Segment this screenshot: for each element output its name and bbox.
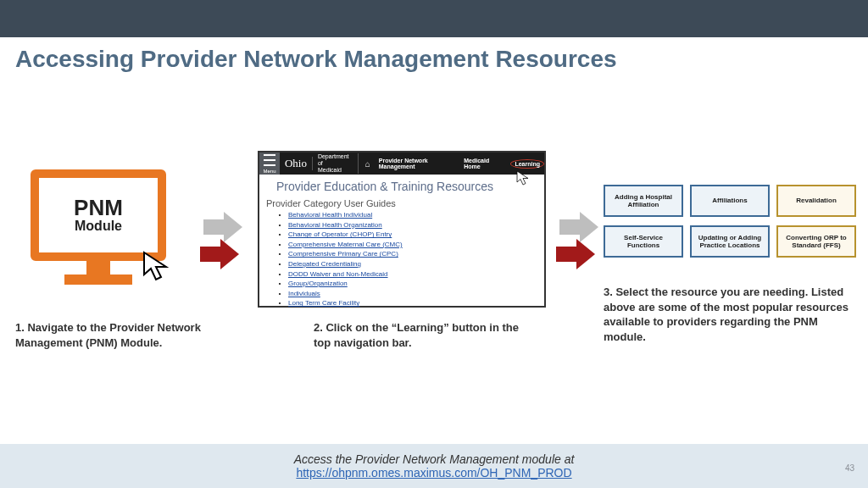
header-bar	[0, 0, 868, 37]
monitor-icon: PNM Module	[31, 169, 166, 261]
hamburger-icon: Menu	[259, 152, 280, 175]
user-guide-item: Individuals	[288, 289, 544, 299]
resource-tile[interactable]: Adding a Hospital Affiliation	[604, 185, 683, 217]
user-guide-item: Behavioral Health Individual	[288, 210, 544, 220]
arrow-icon	[200, 208, 239, 269]
cursor-icon	[515, 169, 532, 188]
cursor-icon	[141, 249, 175, 286]
nav-learning-highlight: Learning	[510, 159, 544, 169]
svg-marker-0	[144, 252, 166, 280]
user-guide-link[interactable]: Long Term Care Facility	[288, 299, 359, 307]
user-guide-item: Comprehensive Maternal Care (CMC)	[288, 240, 544, 250]
user-guide-link[interactable]: Comprehensive Primary Care (CPC)	[288, 250, 398, 258]
slide: Accessing Provider Network Management Re…	[0, 0, 868, 488]
user-guide-item: Change of Operator (CHOP) Entry	[288, 230, 544, 240]
monitor-stand	[86, 261, 110, 274]
user-guide-link[interactable]: Individuals	[288, 290, 320, 297]
resource-tile[interactable]: Revalidation	[776, 185, 856, 217]
user-guide-link[interactable]: DODD Waiver and Non-Medicaid	[288, 270, 388, 278]
step-1-caption: 1. Navigate to the Provider Network Mana…	[15, 320, 236, 350]
resource-tile[interactable]: Self-Service Functions	[604, 225, 683, 258]
user-guide-link[interactable]: Delegated Credentialing	[288, 260, 361, 268]
monitor-label-line1: PNM	[74, 197, 123, 219]
nav-medicaid-home: Medicaid Home	[464, 158, 502, 169]
user-guide-item: Group/Organization	[288, 279, 544, 289]
user-guide-item: Comprehensive Primary Care (CPC)	[288, 249, 544, 259]
screenshot-topbar: Menu Ohio Department of Medicaid ⌂ Provi…	[259, 152, 544, 175]
page-title: Accessing Provider Network Management Re…	[15, 46, 617, 73]
monitor-foot	[64, 274, 132, 285]
user-guide-link[interactable]: Group/Organization	[288, 280, 348, 287]
footer-bar: Access the Provider Network Management m…	[0, 444, 868, 488]
menu-label: Menu	[263, 169, 275, 174]
user-guide-item: DODD Waiver and Non-Medicaid	[288, 269, 544, 280]
user-guide-item: Behavioral Health Organization	[288, 220, 544, 230]
screenshot-subheading: Provider Category User Guides	[259, 195, 544, 210]
user-guide-link[interactable]: Comprehensive Maternal Care (CMC)	[288, 241, 403, 248]
arrow-icon	[556, 208, 595, 269]
department-label: Department of Medicaid	[313, 153, 359, 173]
resource-tiles: Adding a Hospital AffiliationAffiliation…	[604, 185, 856, 258]
user-guide-link[interactable]: Change of Operator (CHOP) Entry	[288, 230, 392, 238]
monitor-label-line2: Module	[75, 219, 122, 234]
user-guide-item: Long Term Care Facility	[288, 298, 544, 308]
home-icon: ⌂	[365, 159, 370, 169]
nav-pnm: Provider Network Management	[379, 158, 455, 169]
ohio-logo: Ohio	[280, 157, 313, 170]
user-guides-list: Behavioral Health IndividualBehavioral H…	[259, 210, 544, 308]
svg-marker-1	[517, 171, 528, 185]
page-number: 43	[845, 463, 854, 473]
user-guide-link[interactable]: Behavioral Health Individual	[288, 211, 372, 219]
learning-screenshot: Menu Ohio Department of Medicaid ⌂ Provi…	[258, 151, 546, 308]
resource-tile[interactable]: Affiliations	[690, 185, 770, 217]
step-2-caption: 2. Click on the “Learning” button in the…	[314, 320, 534, 350]
step-3-caption: 3. Select the resource you are needing. …	[604, 285, 858, 344]
resource-tile[interactable]: Updating or Adding Practice Locations	[690, 225, 770, 258]
user-guide-link[interactable]: Behavioral Health Organization	[288, 221, 382, 229]
footer-link[interactable]: https://ohpnm.omes.maximus.com/OH_PNM_PR…	[296, 466, 571, 480]
resource-tile[interactable]: Converting ORP to Standard (FFS)	[776, 225, 856, 258]
pnm-module-graphic: PNM Module	[31, 169, 166, 285]
footer-text: Access the Provider Network Management m…	[294, 452, 575, 466]
screenshot-heading: Provider Education & Training Resources	[259, 175, 544, 195]
user-guide-item: Delegated Credentialing	[288, 259, 544, 269]
screenshot-nav: ⌂ Provider Network Management Medicaid H…	[359, 158, 544, 169]
